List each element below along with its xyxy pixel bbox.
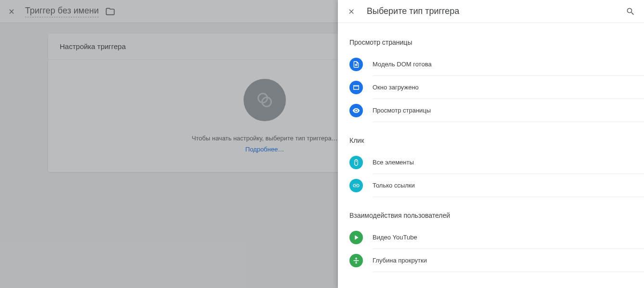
trigger-type-label: Глубина прокрутки: [373, 257, 427, 264]
panel-header: Выберите тип триггера: [338, 0, 644, 23]
search-button[interactable]: [625, 6, 636, 17]
panel-title: Выберите тип триггера: [367, 6, 625, 16]
link-icon: [349, 179, 363, 192]
trigger-type-item[interactable]: Просмотр страницы: [373, 99, 644, 122]
trigger-type-item[interactable]: Видео YouTube: [373, 226, 644, 249]
trigger-type-item[interactable]: Модель DOM готова: [373, 53, 644, 76]
trigger-type-label: Просмотр страницы: [373, 107, 431, 114]
scroll-icon: [349, 254, 363, 267]
window-icon: [349, 81, 363, 94]
trigger-type-label: Видео YouTube: [373, 234, 417, 241]
trigger-type-label: Все элементы: [373, 159, 414, 166]
trigger-type-item[interactable]: Все элементы: [373, 151, 644, 174]
panel-body[interactable]: Просмотр страницыМодель DOM готоваОкно з…: [338, 23, 644, 288]
trigger-type-item[interactable]: Окно загружено: [373, 76, 644, 99]
trigger-type-label: Модель DOM готова: [373, 61, 432, 68]
search-icon: [626, 7, 635, 16]
eye-icon: [349, 104, 363, 117]
play-icon: [349, 231, 363, 244]
section-title: Просмотр страницы: [349, 33, 644, 53]
trigger-type-item[interactable]: Только ссылки: [373, 174, 644, 197]
mouse-icon: [349, 156, 363, 169]
trigger-type-panel: Выберите тип триггера Просмотр страницыМ…: [338, 0, 644, 288]
section-title: Взаимодействия пользователей: [349, 206, 644, 226]
section-title: Клик: [349, 131, 644, 151]
close-icon: [348, 8, 355, 15]
trigger-type-label: Окно загружено: [373, 84, 419, 91]
trigger-type-label: Только ссылки: [373, 182, 415, 189]
trigger-type-item[interactable]: Глубина прокрутки: [373, 249, 644, 272]
close-panel-button[interactable]: [346, 6, 357, 17]
doc-icon: [349, 58, 363, 71]
